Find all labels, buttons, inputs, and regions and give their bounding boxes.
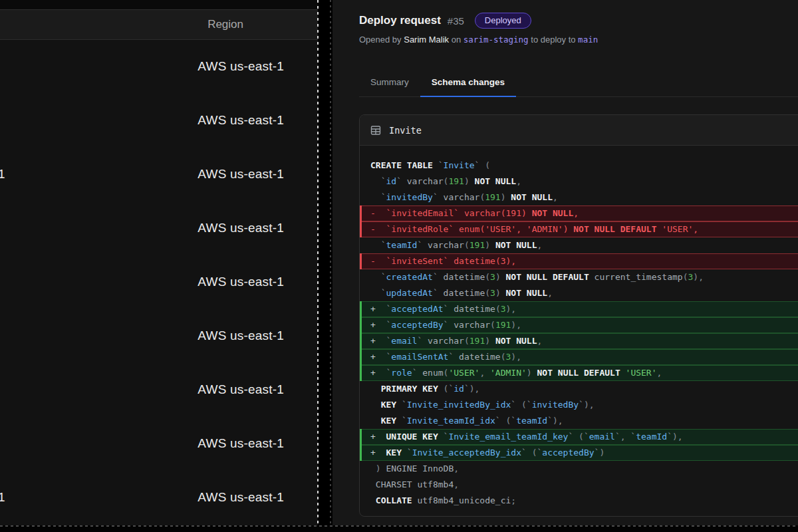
table-icon	[370, 125, 381, 136]
truncated-cell-fragment: 1	[0, 167, 7, 182]
diff-line-added: + `acceptedBy` varchar(191),	[360, 317, 798, 333]
diff-line-context: KEY `Invite_invitedBy_idx` (`invitedBy`)…	[360, 397, 798, 413]
schema-diff-block: Invite CREATE TABLE `Invite` ( `id` varc…	[359, 114, 798, 517]
table-row[interactable]: AWS us-east-1	[0, 94, 318, 148]
diff-line-removed: - `invitedRole` enum('USER', 'ADMIN') NO…	[360, 221, 798, 237]
table-row[interactable]: AWS us-east-1	[0, 362, 318, 416]
tab-schema-changes[interactable]: Schema changes	[420, 69, 516, 97]
tab-bar: SummarySchema changes	[359, 69, 798, 97]
diff-line-context: CHARSET utf8mb4,	[360, 477, 798, 493]
tab-summary[interactable]: Summary	[359, 69, 420, 97]
table-row[interactable]: AWS us-east-1	[0, 40, 318, 94]
byline-on: on	[449, 35, 464, 45]
deploy-request-number: #35	[448, 15, 464, 27]
diff-line-added: + UNIQUE KEY `Invite_email_teamId_key` (…	[360, 429, 798, 445]
schema-table-name: Invite	[389, 125, 422, 136]
region-cell: AWS us-east-1	[198, 167, 284, 182]
diff-line-context: `teamId` varchar(191) NOT NULL,	[360, 237, 798, 253]
diff-line-context: COLLATE utf8mb4_unicode_ci;	[360, 493, 798, 509]
byline: Opened by Sarim Malik on sarim-staging t…	[359, 35, 598, 45]
table-row[interactable]: AWS us-east-1	[0, 255, 318, 309]
table-row[interactable]: AWS us-east-1	[0, 416, 318, 470]
truncated-cell-fragment: 1	[0, 490, 7, 505]
diff-line-removed: - `invitedEmail` varchar(191) NOT NULL,	[360, 205, 798, 221]
table-row[interactable]: 1 AWS us-east-1	[0, 470, 318, 524]
diff-line-context: `updatedAt` datetime(3) NOT NULL,	[360, 285, 798, 301]
diff-line-context: ) ENGINE InnoDB,	[360, 461, 798, 477]
byline-prefix: Opened by	[359, 35, 404, 45]
diff-line-added: + `email` varchar(191) NOT NULL,	[360, 333, 798, 349]
table-body: AWS us-east-1 AWS us-east-1 1 AWS us-eas…	[0, 40, 318, 524]
diff-line-removed: - `inviteSent` datetime(3),	[360, 253, 798, 269]
region-cell: AWS us-east-1	[198, 436, 284, 451]
deploy-request-panel: Deploy request #35 Deployed Opened by Sa…	[332, 0, 798, 525]
region-cell: AWS us-east-1	[198, 113, 284, 128]
diff-line-context: CREATE TABLE `Invite` (	[360, 158, 798, 174]
deploy-request-header: Deploy request #35 Deployed	[359, 13, 531, 29]
screenshot-cut-line-bottom	[0, 525, 798, 532]
diff-line-added: + `acceptedAt` datetime(3),	[360, 301, 798, 317]
region-cell: AWS us-east-1	[198, 490, 284, 505]
table-row[interactable]: AWS us-east-1	[0, 309, 318, 362]
region-cell: AWS us-east-1	[198, 221, 284, 235]
diff-line-context: KEY `Invite_teamId_idx` (`teamId`),	[360, 413, 798, 429]
diff-line-context: `id` varchar(191) NOT NULL,	[360, 174, 798, 190]
left-top-strip	[0, 0, 318, 9]
table-row[interactable]: 1 AWS us-east-1	[0, 148, 318, 201]
source-branch-link[interactable]: sarim-staging	[464, 35, 529, 45]
sql-diff-code: CREATE TABLE `Invite` ( `id` varchar(191…	[360, 146, 798, 516]
author-name: Sarim Malik	[404, 35, 449, 45]
diff-line-context: PRIMARY KEY (`id`),	[360, 381, 798, 397]
byline-deploy-phrase: to deploy to	[529, 35, 578, 45]
region-cell: AWS us-east-1	[198, 59, 284, 74]
column-header-region: Region	[207, 18, 243, 31]
target-branch-link[interactable]: main	[578, 35, 598, 45]
table-row[interactable]: AWS us-east-1	[0, 201, 318, 255]
region-cell: AWS us-east-1	[198, 382, 284, 397]
diff-line-context: `invitedBy` varchar(191) NOT NULL,	[360, 190, 798, 205]
diff-line-added: + `role` enum('USER', 'ADMIN') NOT NULL …	[360, 365, 798, 381]
screenshot-cut-line-vertical-dark	[330, 0, 331, 525]
schema-table-header: Invite	[360, 115, 798, 146]
table-header-row: Region	[0, 9, 318, 40]
screenshot-cut-line-vertical-white	[317, 0, 319, 525]
status-badge: Deployed	[475, 13, 531, 29]
regions-table-panel: Region AWS us-east-1 AWS us-east-1 1 AWS…	[0, 0, 318, 525]
diff-line-added: + `emailSentAt` datetime(3),	[360, 349, 798, 365]
region-cell: AWS us-east-1	[198, 329, 284, 343]
page-title: Deploy request	[359, 14, 441, 27]
diff-line-context: `createdAt` datetime(3) NOT NULL DEFAULT…	[360, 269, 798, 285]
diff-line-added: + KEY `Invite_acceptedBy_idx` (`accepted…	[360, 445, 798, 461]
region-cell: AWS us-east-1	[198, 275, 284, 289]
